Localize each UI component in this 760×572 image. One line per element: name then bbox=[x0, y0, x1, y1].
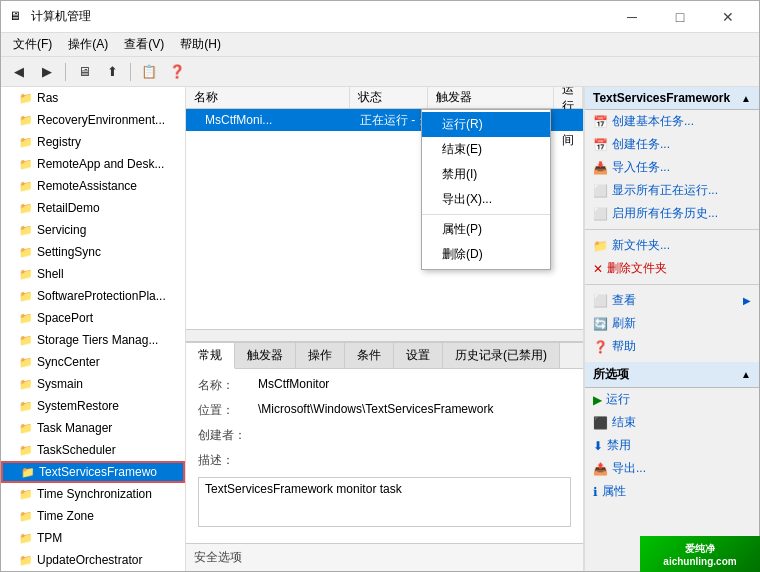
sidebar-item-tpm[interactable]: 📁 TPM bbox=[1, 527, 185, 549]
collapse-arrow[interactable]: ▲ bbox=[741, 93, 751, 104]
right-panel: TextServicesFramework ▲ 📅 创建基本任务... 📅 创建… bbox=[584, 87, 759, 571]
sidebar-item-remoteapp[interactable]: 📁 RemoteApp and Desk... bbox=[1, 153, 185, 175]
th-status[interactable]: 状态 bbox=[350, 87, 428, 108]
up-button[interactable]: ⬆ bbox=[100, 61, 124, 83]
right-action-create-task[interactable]: 📅 创建任务... bbox=[585, 133, 759, 156]
right-action-properties[interactable]: ℹ 属性 bbox=[585, 480, 759, 503]
sidebar-item-spaceport[interactable]: 📁 SpacePort bbox=[1, 307, 185, 329]
menu-help[interactable]: 帮助(H) bbox=[172, 34, 229, 55]
tab-triggers[interactable]: 触发器 bbox=[235, 343, 296, 368]
properties-icon: ℹ bbox=[593, 485, 598, 499]
sidebar-item-label: TaskScheduler bbox=[37, 443, 116, 457]
run-icon: ▶ bbox=[593, 393, 602, 407]
show-hide-button[interactable]: 🖥 bbox=[72, 61, 96, 83]
menu-view[interactable]: 查看(V) bbox=[116, 34, 172, 55]
folder-icon: 📁 bbox=[19, 268, 33, 281]
detail-creator-row: 创建者： bbox=[198, 427, 571, 444]
sidebar-item-recoveryenv[interactable]: 📁 RecoveryEnvironment... bbox=[1, 109, 185, 131]
maximize-button[interactable]: □ bbox=[657, 2, 703, 32]
folder-icon: 📁 bbox=[19, 444, 33, 457]
ctx-disable[interactable]: 禁用(I) bbox=[422, 162, 550, 187]
right-action-run[interactable]: ▶ 运行 bbox=[585, 388, 759, 411]
sidebar-item-registry[interactable]: 📁 Registry bbox=[1, 131, 185, 153]
sidebar-item-synccenter[interactable]: 📁 SyncCenter bbox=[1, 351, 185, 373]
forward-button[interactable]: ▶ bbox=[35, 61, 59, 83]
sidebar-item-ras[interactable]: 📁 Ras bbox=[1, 87, 185, 109]
right-action-enable-history[interactable]: ⬜ 启用所有任务历史... bbox=[585, 202, 759, 225]
right-action-end[interactable]: ⬛ 结束 bbox=[585, 411, 759, 434]
sidebar-item-label: Shell bbox=[37, 267, 64, 281]
right-action-delete-folder[interactable]: ✕ 删除文件夹 bbox=[585, 257, 759, 280]
detail-desc-label: 描述： bbox=[198, 452, 258, 469]
new-folder-icon: 📁 bbox=[593, 239, 608, 253]
sidebar-item-label: RetailDemo bbox=[37, 201, 100, 215]
sidebar-item-updateorchestrator[interactable]: 📁 UpdateOrchestrator bbox=[1, 549, 185, 571]
right-action-label: 导出... bbox=[612, 460, 646, 477]
menu-action[interactable]: 操作(A) bbox=[60, 34, 116, 55]
sidebar-item-retaildemo[interactable]: 📁 RetailDemo bbox=[1, 197, 185, 219]
folder-icon: 📁 bbox=[19, 378, 33, 391]
sidebar-item-settingsync[interactable]: 📁 SettingSync bbox=[1, 241, 185, 263]
sidebar-item-storagetiers[interactable]: 📁 Storage Tiers Manag... bbox=[1, 329, 185, 351]
tab-actions[interactable]: 操作 bbox=[296, 343, 345, 368]
folder-icon: 📁 bbox=[19, 114, 33, 127]
title-bar-left: 🖥 计算机管理 bbox=[9, 8, 91, 25]
sidebar-item-label: TPM bbox=[37, 531, 62, 545]
right-panel-title-text: TextServicesFramework bbox=[593, 91, 730, 105]
tab-history[interactable]: 历史记录(已禁用) bbox=[443, 343, 560, 368]
sidebar-item-timezone[interactable]: 📁 Time Zone bbox=[1, 505, 185, 527]
minimize-button[interactable]: ─ bbox=[609, 2, 655, 32]
sidebar-item-remoteassistance[interactable]: 📁 RemoteAssistance bbox=[1, 175, 185, 197]
sidebar-item-label: SpacePort bbox=[37, 311, 93, 325]
th-name[interactable]: 名称 bbox=[186, 87, 350, 108]
right-action-import[interactable]: 📥 导入任务... bbox=[585, 156, 759, 179]
right-action-label: 帮助 bbox=[612, 338, 636, 355]
th-trigger[interactable]: 触发器 bbox=[428, 87, 554, 108]
sidebar-item-textservices[interactable]: 📁 TextServicesFramewo bbox=[1, 461, 185, 483]
folder-icon: 📁 bbox=[19, 136, 33, 149]
back-button[interactable]: ◀ bbox=[7, 61, 31, 83]
sidebar-item-label: Sysmain bbox=[37, 377, 83, 391]
sidebar-item-servicing[interactable]: 📁 Servicing bbox=[1, 219, 185, 241]
sidebar: 📁 Ras 📁 RecoveryEnvironment... 📁 Registr… bbox=[1, 87, 186, 571]
right-action-create-basic[interactable]: 📅 创建基本任务... bbox=[585, 110, 759, 133]
tab-settings[interactable]: 设置 bbox=[394, 343, 443, 368]
th-next-run[interactable]: 下次运行时间 bbox=[554, 87, 583, 108]
td-next-run bbox=[566, 109, 583, 131]
menu-file[interactable]: 文件(F) bbox=[5, 34, 60, 55]
delete-folder-icon: ✕ bbox=[593, 262, 603, 276]
folder-icon: 📁 bbox=[21, 466, 35, 479]
detail-name-label: 名称： bbox=[198, 377, 258, 394]
sidebar-item-shell[interactable]: 📁 Shell bbox=[1, 263, 185, 285]
collapse-sub-arrow[interactable]: ▲ bbox=[741, 369, 751, 380]
right-action-view[interactable]: ⬜ 查看 ▶ bbox=[585, 289, 759, 312]
properties-button[interactable]: 📋 bbox=[137, 61, 161, 83]
right-action-export[interactable]: 📤 导出... bbox=[585, 457, 759, 480]
sidebar-item-label: TextServicesFramewo bbox=[39, 465, 157, 479]
right-action-show-running[interactable]: ⬜ 显示所有正在运行... bbox=[585, 179, 759, 202]
right-action-disable[interactable]: ⬇ 禁用 bbox=[585, 434, 759, 457]
sidebar-item-label: Ras bbox=[37, 91, 58, 105]
sidebar-item-label: RecoveryEnvironment... bbox=[37, 113, 165, 127]
ctx-end[interactable]: 结束(E) bbox=[422, 137, 550, 162]
horizontal-scrollbar[interactable] bbox=[186, 329, 583, 341]
ctx-run[interactable]: 运行(R) bbox=[422, 112, 550, 137]
right-action-help[interactable]: ❓ 帮助 bbox=[585, 335, 759, 358]
close-button[interactable]: ✕ bbox=[705, 2, 751, 32]
sidebar-item-softwareprotection[interactable]: 📁 SoftwareProtectionPla... bbox=[1, 285, 185, 307]
ctx-properties[interactable]: 属性(P) bbox=[422, 217, 550, 242]
watermark: 爱纯净 aichunling.com bbox=[640, 536, 760, 572]
toolbar: ◀ ▶ 🖥 ⬆ 📋 ❓ bbox=[1, 57, 759, 87]
ctx-delete[interactable]: 删除(D) bbox=[422, 242, 550, 267]
sidebar-item-systemrestore[interactable]: 📁 SystemRestore bbox=[1, 395, 185, 417]
right-action-refresh[interactable]: 🔄 刷新 bbox=[585, 312, 759, 335]
ctx-export[interactable]: 导出(X)... bbox=[422, 187, 550, 212]
right-action-new-folder[interactable]: 📁 新文件夹... bbox=[585, 234, 759, 257]
tab-general[interactable]: 常规 bbox=[186, 343, 235, 369]
sidebar-item-timesync[interactable]: 📁 Time Synchronization bbox=[1, 483, 185, 505]
tab-conditions[interactable]: 条件 bbox=[345, 343, 394, 368]
help-button[interactable]: ❓ bbox=[165, 61, 189, 83]
sidebar-item-taskscheduler[interactable]: 📁 TaskScheduler bbox=[1, 439, 185, 461]
sidebar-item-taskmanager[interactable]: 📁 Task Manager bbox=[1, 417, 185, 439]
sidebar-item-sysmain[interactable]: 📁 Sysmain bbox=[1, 373, 185, 395]
